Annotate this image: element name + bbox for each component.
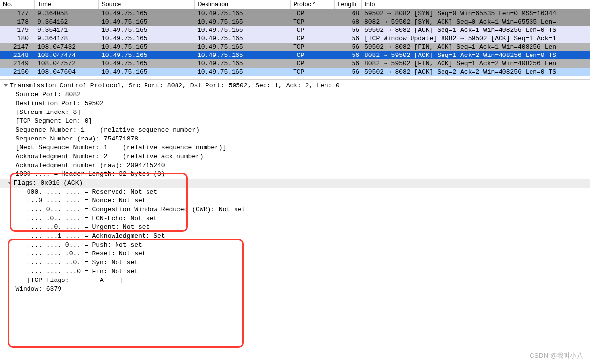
packet-list-table[interactable]: No. Time Source Destination Protoc ^ Len… [0, 0, 590, 76]
cell-no: 180 [0, 34, 34, 43]
detail-header-len[interactable]: 1000 .... = Header Length: 32 bytes (8) [0, 170, 590, 179]
detail-source-port[interactable]: Source Port: 8082 [0, 90, 590, 99]
flag-fin[interactable]: .... .... ...0 = Fin: Not set [0, 267, 590, 276]
cell-dst: 10.49.75.165 [194, 9, 290, 18]
cell-len: 68 [334, 18, 361, 26]
packet-row[interactable]: 2148108.04747410.49.75.16510.49.75.165TC… [0, 51, 590, 59]
cell-proto: TCP [290, 43, 334, 51]
col-time-header[interactable]: Time [34, 0, 98, 9]
cell-len: 68 [334, 9, 361, 18]
col-no-header[interactable]: No. [0, 0, 34, 9]
cell-no: 2149 [0, 59, 34, 68]
cell-proto: TCP [290, 18, 334, 26]
flag-push[interactable]: .... .... 0... = Push: Not set [0, 241, 590, 250]
detail-window[interactable]: Window: 6379 [0, 285, 590, 294]
packet-row[interactable]: 1779.36405810.49.75.16510.49.75.165TCP68… [0, 9, 590, 18]
packet-row[interactable]: 1799.36417110.49.75.16510.49.75.165TCP56… [0, 26, 590, 34]
col-dest-header[interactable]: Destination [194, 0, 290, 9]
cell-info: 59502 → 8082 [SYN] Seq=0 Win=65535 Len=0… [361, 9, 590, 18]
cell-time: 9.364162 [34, 18, 98, 26]
cell-proto: TCP [290, 51, 334, 59]
packet-row[interactable]: 2149108.04757210.49.75.16510.49.75.165TC… [0, 59, 590, 68]
cell-src: 10.49.75.165 [98, 26, 194, 34]
cell-time: 108.047572 [34, 59, 98, 68]
cell-no: 2147 [0, 43, 34, 51]
detail-segment-len[interactable]: [TCP Segment Len: 0] [0, 117, 590, 126]
cell-len: 56 [334, 26, 361, 34]
cell-proto: TCP [290, 34, 334, 43]
cell-info: 8082 → 59502 [SYN, ACK] Seq=0 Ack=1 Win=… [361, 18, 590, 26]
cell-info: 8082 → 59502 [FIN, ACK] Seq=1 Ack=2 Win=… [361, 59, 590, 68]
expand-icon[interactable] [8, 182, 12, 184]
cell-no: 2150 [0, 68, 34, 76]
cell-time: 108.047474 [34, 51, 98, 59]
cell-info: 8082 → 59502 [ACK] Seq=1 Ack=2 Win=40825… [361, 51, 590, 59]
detail-seq-raw[interactable]: Sequence Number (raw): 754571878 [0, 135, 590, 143]
cell-dst: 10.49.75.165 [194, 51, 290, 59]
cell-dst: 10.49.75.165 [194, 34, 290, 43]
packet-row[interactable]: 1789.36416210.49.75.16510.49.75.165TCP68… [0, 18, 590, 26]
cell-time: 9.364058 [34, 9, 98, 18]
cell-len: 56 [334, 34, 361, 43]
cell-time: 108.047604 [34, 68, 98, 76]
packet-row[interactable]: 2150108.04760410.49.75.16510.49.75.165TC… [0, 68, 590, 76]
detail-next-seq[interactable]: [Next Sequence Number: 1 (relative seque… [0, 143, 590, 152]
cell-no: 2148 [0, 51, 34, 59]
detail-dest-port[interactable]: Destination Port: 59502 [0, 99, 590, 108]
detail-seq-rel[interactable]: Sequence Number: 1 (relative sequence nu… [0, 126, 590, 135]
cell-src: 10.49.75.165 [98, 68, 194, 76]
cell-proto: TCP [290, 68, 334, 76]
detail-flags-header[interactable]: Flags: 0x010 (ACK) [0, 179, 590, 188]
flag-ack[interactable]: .... ...1 .... = Acknowledgment: Set [0, 232, 590, 241]
flag-syn[interactable]: .... .... ..0. = Syn: Not set [0, 258, 590, 267]
cell-src: 10.49.75.165 [98, 18, 194, 26]
cell-info: 59502 → 8082 [ACK] Seq=2 Ack=2 Win=40825… [361, 68, 590, 76]
cell-dst: 10.49.75.165 [194, 26, 290, 34]
cell-no: 179 [0, 26, 34, 34]
packet-details-pane[interactable]: Transmission Control Protocol, Src Port:… [0, 81, 590, 294]
cell-src: 10.49.75.165 [98, 59, 194, 68]
col-info-header[interactable]: Info [361, 0, 590, 9]
tcp-header-line[interactable]: Transmission Control Protocol, Src Port:… [0, 82, 590, 90]
cell-proto: TCP [290, 9, 334, 18]
cell-len: 56 [334, 59, 361, 68]
flag-reset[interactable]: .... .... .0.. = Reset: Not set [0, 250, 590, 258]
watermark-text: CSDN @我叫小八 [530, 351, 583, 360]
cell-len: 56 [334, 43, 361, 51]
cell-dst: 10.49.75.165 [194, 18, 290, 26]
tcp-flags-str[interactable]: [TCP Flags: ·······A····] [0, 276, 590, 285]
cell-src: 10.49.75.165 [98, 43, 194, 51]
cell-src: 10.49.75.165 [98, 34, 194, 43]
col-length-header[interactable]: Length [334, 0, 361, 9]
flag-ecn[interactable]: .... .0.. .... = ECN-Echo: Not set [0, 214, 590, 223]
cell-no: 178 [0, 18, 34, 26]
flag-nonce[interactable]: ...0 .... .... = Nonce: Not set [0, 196, 590, 205]
cell-src: 10.49.75.165 [98, 51, 194, 59]
col-proto-header[interactable]: Protoc ^ [290, 0, 334, 9]
cell-time: 9.364178 [34, 34, 98, 43]
cell-proto: TCP [290, 26, 334, 34]
cell-dst: 10.49.75.165 [194, 59, 290, 68]
cell-info: 59502 → 8082 [ACK] Seq=1 Ack=1 Win=40825… [361, 26, 590, 34]
cell-src: 10.49.75.165 [98, 9, 194, 18]
detail-ack-raw[interactable]: Acknowledgment number (raw): 2094715240 [0, 161, 590, 170]
cell-len: 56 [334, 68, 361, 76]
flag-cwr[interactable]: .... 0... .... = Congestion Window Reduc… [0, 205, 590, 214]
cell-time: 9.364171 [34, 26, 98, 34]
cell-info: 59502 → 8082 [FIN, ACK] Seq=1 Ack=1 Win=… [361, 43, 590, 51]
flag-reserved[interactable]: 000. .... .... = Reserved: Not set [0, 188, 590, 196]
cell-no: 177 [0, 9, 34, 18]
cell-info: [TCP Window Update] 8082 → 59502 [ACK] S… [361, 34, 590, 43]
detail-ack-rel[interactable]: Acknowledgment Number: 2 (relative ack n… [0, 152, 590, 161]
col-source-header[interactable]: Source [98, 0, 194, 9]
flag-urgent[interactable]: .... ..0. .... = Urgent: Not set [0, 223, 590, 232]
cell-len: 56 [334, 51, 361, 59]
cell-dst: 10.49.75.165 [194, 68, 290, 76]
detail-stream-index[interactable]: [Stream index: 8] [0, 108, 590, 117]
cell-proto: TCP [290, 59, 334, 68]
cell-time: 108.047432 [34, 43, 98, 51]
expand-icon[interactable] [4, 84, 8, 87]
packet-row[interactable]: 1809.36417810.49.75.16510.49.75.165TCP56… [0, 34, 590, 43]
packet-row[interactable]: 2147108.04743210.49.75.16510.49.75.165TC… [0, 43, 590, 51]
packet-header-row[interactable]: No. Time Source Destination Protoc ^ Len… [0, 0, 590, 9]
